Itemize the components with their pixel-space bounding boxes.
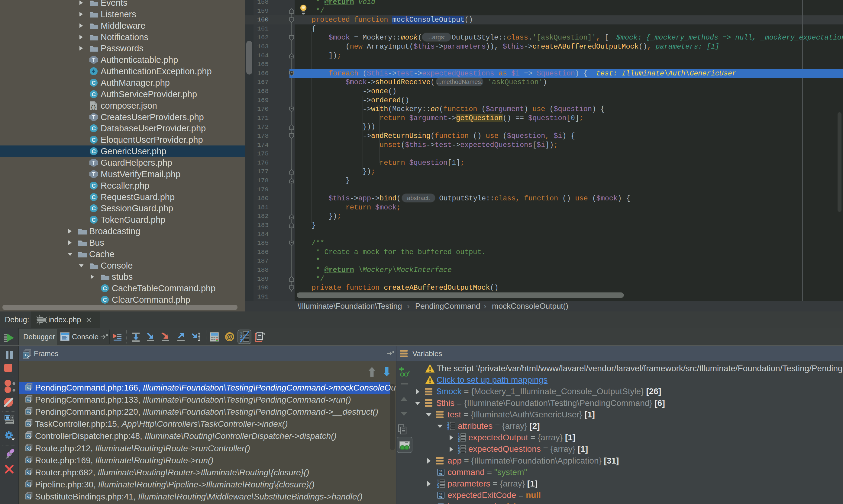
svg-text:C: C bbox=[91, 205, 96, 212]
svg-text:C: C bbox=[91, 194, 96, 200]
svg-text:C: C bbox=[91, 137, 96, 143]
svg-text:C: C bbox=[103, 297, 107, 303]
svg-text:@: @ bbox=[226, 332, 233, 341]
svg-text:3: 3 bbox=[458, 450, 460, 454]
svg-text:C: C bbox=[91, 148, 96, 155]
svg-text:C: C bbox=[91, 91, 96, 97]
svg-text:01: 01 bbox=[439, 495, 443, 498]
svg-text:C: C bbox=[91, 183, 96, 189]
svg-text:T: T bbox=[92, 160, 96, 166]
svg-text:C: C bbox=[103, 285, 107, 291]
svg-text:3: 3 bbox=[458, 438, 460, 442]
svg-text:T: T bbox=[92, 171, 96, 177]
svg-text:{}: {} bbox=[91, 105, 96, 110]
svg-text:3: 3 bbox=[447, 427, 449, 431]
svg-text:3: 3 bbox=[437, 485, 439, 488]
svg-text:C: C bbox=[91, 125, 96, 131]
svg-text:C: C bbox=[91, 217, 96, 223]
svg-text:T: T bbox=[92, 114, 96, 120]
svg-text:T: T bbox=[92, 57, 96, 63]
svg-text:01: 01 bbox=[439, 472, 443, 475]
svg-text:C: C bbox=[91, 80, 96, 86]
